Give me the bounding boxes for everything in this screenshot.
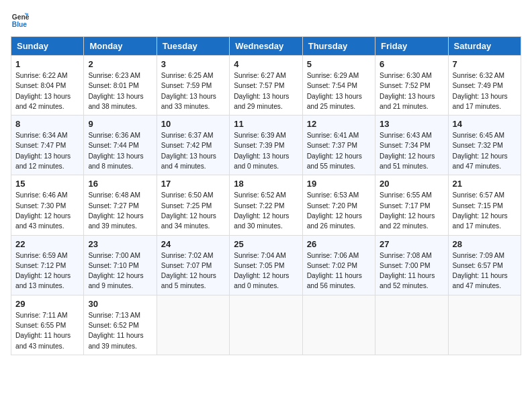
- day-number: 19: [307, 179, 371, 189]
- day-info: Sunrise: 6:23 AMSunset: 8:01 PMDaylight:…: [88, 71, 152, 111]
- day-info: Sunrise: 7:09 AMSunset: 6:57 PMDaylight:…: [453, 250, 517, 291]
- day-info: Sunrise: 7:04 AMSunset: 7:05 PMDaylight:…: [234, 250, 298, 291]
- calendar-cell: 6 Sunrise: 6:30 AMSunset: 7:52 PMDayligh…: [375, 56, 448, 116]
- calendar-cell: 4 Sunrise: 6:27 AMSunset: 7:57 PMDayligh…: [230, 56, 302, 116]
- calendar-cell: 17 Sunrise: 6:50 AMSunset: 7:25 PMDaylig…: [157, 175, 229, 235]
- day-info: Sunrise: 6:53 AMSunset: 7:20 PMDaylight:…: [307, 190, 371, 231]
- header-tuesday: Tuesday: [157, 37, 229, 56]
- day-info: Sunrise: 6:46 AMSunset: 7:30 PMDaylight:…: [15, 190, 79, 231]
- calendar-cell: 14 Sunrise: 6:45 AMSunset: 7:32 PMDaylig…: [448, 116, 521, 175]
- day-number: 8: [15, 119, 79, 129]
- calendar-cell: 21 Sunrise: 6:57 AMSunset: 7:15 PMDaylig…: [448, 175, 521, 235]
- day-number: 13: [380, 119, 443, 129]
- day-info: Sunrise: 6:29 AMSunset: 7:54 PMDaylight:…: [307, 71, 371, 111]
- day-info: Sunrise: 6:57 AMSunset: 7:15 PMDaylight:…: [453, 190, 517, 231]
- calendar-cell: 30 Sunrise: 7:13 AMSunset: 6:52 PMDaylig…: [84, 295, 157, 355]
- calendar-cell: 15 Sunrise: 6:46 AMSunset: 7:30 PMDaylig…: [11, 175, 84, 235]
- calendar-cell: 16 Sunrise: 6:48 AMSunset: 7:27 PMDaylig…: [84, 175, 157, 235]
- day-info: Sunrise: 6:55 AMSunset: 7:17 PMDaylight:…: [380, 190, 443, 231]
- day-info: Sunrise: 6:48 AMSunset: 7:27 PMDaylight:…: [88, 190, 152, 231]
- header-friday: Friday: [375, 37, 448, 56]
- calendar-cell: 10 Sunrise: 6:37 AMSunset: 7:42 PMDaylig…: [157, 116, 229, 175]
- calendar-header-row: SundayMondayTuesdayWednesdayThursdayFrid…: [11, 37, 521, 56]
- day-info: Sunrise: 7:11 AMSunset: 6:55 PMDaylight:…: [15, 310, 79, 351]
- logo: General Blue: [11, 11, 30, 30]
- calendar-week-row: 29 Sunrise: 7:11 AMSunset: 6:55 PMDaylig…: [11, 295, 521, 355]
- calendar-cell: [230, 295, 302, 355]
- day-info: Sunrise: 6:45 AMSunset: 7:32 PMDaylight:…: [453, 130, 517, 171]
- day-number: 22: [15, 239, 79, 249]
- calendar-cell: 1 Sunrise: 6:22 AMSunset: 8:04 PMDayligh…: [11, 56, 84, 116]
- calendar-week-row: 22 Sunrise: 6:59 AMSunset: 7:12 PMDaylig…: [11, 235, 521, 295]
- calendar-cell: 3 Sunrise: 6:25 AMSunset: 7:59 PMDayligh…: [157, 56, 229, 116]
- day-info: Sunrise: 7:08 AMSunset: 7:00 PMDaylight:…: [380, 250, 443, 291]
- calendar-cell: [448, 295, 521, 355]
- day-number: 3: [161, 59, 225, 69]
- day-info: Sunrise: 6:30 AMSunset: 7:52 PMDaylight:…: [380, 71, 443, 111]
- day-number: 10: [161, 119, 225, 129]
- calendar-cell: 5 Sunrise: 6:29 AMSunset: 7:54 PMDayligh…: [302, 56, 375, 116]
- day-number: 29: [15, 299, 79, 309]
- day-number: 9: [88, 119, 152, 129]
- calendar-cell: 9 Sunrise: 6:36 AMSunset: 7:44 PMDayligh…: [84, 116, 157, 175]
- day-number: 1: [15, 59, 79, 69]
- day-info: Sunrise: 6:50 AMSunset: 7:25 PMDaylight:…: [161, 190, 225, 231]
- calendar-cell: 11 Sunrise: 6:39 AMSunset: 7:39 PMDaylig…: [230, 116, 302, 175]
- calendar-table: SundayMondayTuesdayWednesdayThursdayFrid…: [11, 36, 521, 355]
- day-number: 21: [453, 179, 517, 189]
- calendar-week-row: 1 Sunrise: 6:22 AMSunset: 8:04 PMDayligh…: [11, 56, 521, 116]
- day-number: 23: [88, 239, 152, 249]
- day-number: 12: [307, 119, 371, 129]
- day-info: Sunrise: 6:34 AMSunset: 7:47 PMDaylight:…: [15, 130, 79, 171]
- calendar-week-row: 8 Sunrise: 6:34 AMSunset: 7:47 PMDayligh…: [11, 116, 521, 175]
- day-info: Sunrise: 6:39 AMSunset: 7:39 PMDaylight:…: [234, 130, 298, 171]
- calendar-cell: 22 Sunrise: 6:59 AMSunset: 7:12 PMDaylig…: [11, 235, 84, 295]
- calendar-cell: 7 Sunrise: 6:32 AMSunset: 7:49 PMDayligh…: [448, 56, 521, 116]
- day-number: 20: [380, 179, 443, 189]
- calendar-cell: 20 Sunrise: 6:55 AMSunset: 7:17 PMDaylig…: [375, 175, 448, 235]
- day-number: 26: [307, 239, 371, 249]
- day-number: 25: [234, 239, 298, 249]
- day-number: 28: [453, 239, 517, 249]
- day-info: Sunrise: 6:36 AMSunset: 7:44 PMDaylight:…: [88, 130, 152, 171]
- day-info: Sunrise: 7:02 AMSunset: 7:07 PMDaylight:…: [161, 250, 225, 291]
- day-number: 11: [234, 119, 298, 129]
- day-info: Sunrise: 6:41 AMSunset: 7:37 PMDaylight:…: [307, 130, 371, 171]
- day-info: Sunrise: 6:32 AMSunset: 7:49 PMDaylight:…: [453, 71, 517, 111]
- day-number: 30: [88, 299, 152, 309]
- day-info: Sunrise: 6:25 AMSunset: 7:59 PMDaylight:…: [161, 71, 225, 111]
- day-number: 15: [15, 179, 79, 189]
- day-info: Sunrise: 6:27 AMSunset: 7:57 PMDaylight:…: [234, 71, 298, 111]
- day-info: Sunrise: 6:43 AMSunset: 7:34 PMDaylight:…: [380, 130, 443, 171]
- calendar-cell: 12 Sunrise: 6:41 AMSunset: 7:37 PMDaylig…: [302, 116, 375, 175]
- svg-text:Blue: Blue: [12, 21, 28, 28]
- header-thursday: Thursday: [302, 37, 375, 56]
- day-number: 24: [161, 239, 225, 249]
- calendar-cell: 27 Sunrise: 7:08 AMSunset: 7:00 PMDaylig…: [375, 235, 448, 295]
- calendar-cell: [375, 295, 448, 355]
- calendar-cell: 19 Sunrise: 6:53 AMSunset: 7:20 PMDaylig…: [302, 175, 375, 235]
- day-info: Sunrise: 6:37 AMSunset: 7:42 PMDaylight:…: [161, 130, 225, 171]
- calendar-cell: 25 Sunrise: 7:04 AMSunset: 7:05 PMDaylig…: [230, 235, 302, 295]
- page-header: General Blue: [11, 11, 521, 30]
- header-saturday: Saturday: [448, 37, 521, 56]
- day-number: 2: [88, 59, 152, 69]
- calendar-cell: 2 Sunrise: 6:23 AMSunset: 8:01 PMDayligh…: [84, 56, 157, 116]
- day-info: Sunrise: 6:22 AMSunset: 8:04 PMDaylight:…: [15, 71, 79, 111]
- day-info: Sunrise: 7:00 AMSunset: 7:10 PMDaylight:…: [88, 250, 152, 291]
- header-monday: Monday: [84, 37, 157, 56]
- day-info: Sunrise: 7:13 AMSunset: 6:52 PMDaylight:…: [88, 310, 152, 351]
- header-wednesday: Wednesday: [230, 37, 302, 56]
- calendar-cell: 23 Sunrise: 7:00 AMSunset: 7:10 PMDaylig…: [84, 235, 157, 295]
- day-number: 18: [234, 179, 298, 189]
- day-number: 7: [453, 59, 517, 69]
- day-number: 5: [307, 59, 371, 69]
- day-number: 6: [380, 59, 443, 69]
- day-number: 14: [453, 119, 517, 129]
- header-sunday: Sunday: [11, 37, 84, 56]
- day-info: Sunrise: 6:59 AMSunset: 7:12 PMDaylight:…: [15, 250, 79, 291]
- calendar-cell: 8 Sunrise: 6:34 AMSunset: 7:47 PMDayligh…: [11, 116, 84, 175]
- day-number: 17: [161, 179, 225, 189]
- day-number: 27: [380, 239, 443, 249]
- day-number: 16: [88, 179, 152, 189]
